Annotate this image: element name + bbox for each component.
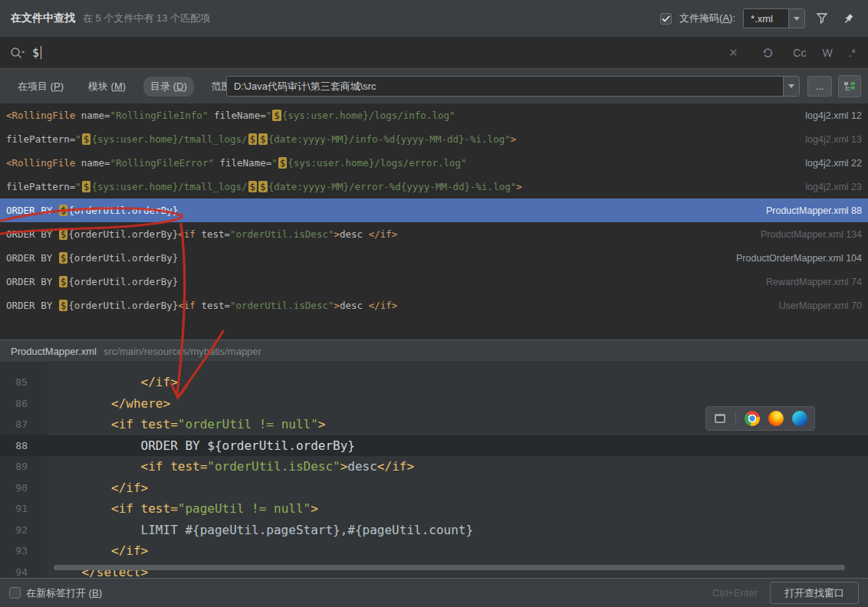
result-row[interactable]: ORDER BY ${orderUtil.orderBy}<if test="o… [0, 222, 868, 246]
search-icon[interactable] [9, 46, 26, 60]
search-history-icon[interactable] [758, 44, 777, 62]
regex-toggle[interactable]: .* [849, 47, 856, 59]
result-file-ref: RewardMapper.xml 74 [766, 277, 862, 287]
scope-tab[interactable]: 在项目 (P) [11, 77, 71, 97]
file-mask-combo[interactable]: *.xml [743, 8, 805, 28]
search-toolbar: Cc W .* [724, 44, 859, 62]
code-line[interactable]: 90 </if> [0, 477, 868, 499]
directory-structure-button[interactable] [838, 75, 861, 97]
directory-dropdown-arrow[interactable] [783, 77, 799, 96]
chrome-icon[interactable] [745, 411, 760, 426]
result-text: ORDER BY ${orderUtil.orderBy} [6, 252, 727, 264]
result-file-ref: log4j2.xml 22 [805, 158, 862, 169]
clear-search-icon[interactable] [724, 44, 742, 62]
result-file-ref: log4j2.xml 23 [805, 182, 862, 192]
file-mask-checkbox[interactable] [660, 13, 672, 25]
whole-words-toggle[interactable]: W [822, 47, 832, 59]
result-row[interactable]: ORDER BY ${orderUtil.orderBy}ProductMapp… [0, 199, 868, 222]
result-file-ref: ProductMapper.xml 88 [766, 205, 862, 216]
result-row[interactable]: ORDER BY ${orderUtil.orderBy}ProductOrde… [0, 246, 868, 270]
code-text: </if> [48, 543, 148, 558]
search-input[interactable]: $ [32, 46, 39, 60]
match-summary: 在 5 个文件中有 13 个匹配项 [83, 11, 210, 25]
line-number: 86 [0, 398, 48, 409]
result-row[interactable]: filePattern="${sys:user.home}/tmall_logs… [0, 127, 868, 151]
directory-structure-icon [843, 80, 856, 93]
pin-icon[interactable] [839, 9, 857, 28]
result-text: ORDER BY ${orderUtil.orderBy}<if test="o… [6, 300, 770, 311]
open-in-browser-toolbar [705, 406, 815, 431]
result-file-ref: ProductMapper.xml 134 [761, 229, 862, 240]
chevron-down-icon [794, 17, 800, 21]
scope-row: 在项目 (P)模块 (M)目录 (D)范围 (S) D:\Java代码审计\第三… [0, 69, 868, 103]
result-text: ORDER BY ${orderUtil.orderBy} [6, 205, 757, 216]
line-number: 89 [0, 461, 48, 472]
chevron-down-icon [788, 84, 794, 88]
titlebar-right: 文件掩码(A): *.xml [660, 8, 857, 28]
code-line[interactable]: 93 </if> [0, 540, 868, 562]
open-find-window-button[interactable]: 打开查找窗口 [770, 582, 859, 604]
browse-directory-button[interactable]: ... [807, 76, 832, 97]
code-line[interactable]: 92 LIMIT #{pageUtil.pageStart},#{pageUti… [0, 520, 868, 541]
firefox-icon[interactable] [768, 411, 784, 426]
text-caret [41, 46, 41, 59]
result-text: <RollingFile name="RollingFileError" fil… [6, 157, 796, 169]
checkmark-icon [662, 15, 670, 22]
result-row[interactable]: ORDER BY ${orderUtil.orderBy}<if test="o… [0, 294, 868, 317]
line-number: 91 [0, 503, 48, 514]
scope-tab[interactable]: 目录 (D) [143, 77, 194, 97]
code-text: <if test="orderUtil != null"> [48, 417, 325, 431]
open-in-new-tab-label: 在新标签打开 (B) [26, 586, 102, 600]
result-row[interactable]: ORDER BY ${orderUtil.orderBy}RewardMappe… [0, 270, 868, 294]
result-file-ref: ProductOrderMapper.xml 104 [736, 253, 862, 264]
footer: 在新标签打开 (B) Ctrl+Enter 打开查找窗口 [0, 578, 868, 607]
code-line[interactable]: 91 <if test="pageUtil != null"> [0, 498, 868, 520]
editor-lines: 85 </if>86 </where>87 <if test="orderUti… [0, 372, 868, 578]
match-case-toggle[interactable]: Cc [793, 47, 806, 59]
code-text: </where> [48, 396, 170, 411]
file-mask-value: *.xml [744, 13, 788, 25]
code-line[interactable]: 85 </if> [0, 372, 868, 393]
open-in-new-tab-checkbox[interactable] [9, 587, 21, 599]
edge-icon[interactable] [792, 411, 807, 426]
toolbar-separator [735, 412, 736, 425]
file-mask-dropdown-arrow[interactable] [788, 9, 804, 28]
code-line[interactable]: 88 ORDER BY ${orderUtil.orderBy} [0, 435, 868, 457]
code-text: ORDER BY ${orderUtil.orderBy} [48, 438, 355, 453]
code-text: </if> [48, 375, 178, 389]
result-row[interactable]: <RollingFile name="RollingFileError" fil… [0, 151, 868, 175]
scope-tab[interactable]: 模块 (M) [81, 77, 133, 97]
result-text: filePattern="${sys:user.home}/tmall_logs… [6, 181, 796, 192]
line-number: 88 [0, 440, 48, 451]
directory-path-value: D:\Java代码审计\第三套商城\src [227, 80, 783, 94]
filter-icon[interactable] [813, 9, 831, 28]
result-row[interactable]: <RollingFile name="RollingFileInfo" file… [0, 103, 868, 127]
line-number: 87 [0, 418, 48, 430]
titlebar: 在文件中查找 在 5 个文件中有 13 个匹配项 文件掩码(A): *.xml [0, 0, 868, 37]
result-row[interactable]: filePattern="${sys:user.home}/tmall_logs… [0, 175, 868, 199]
line-number: 94 [0, 566, 48, 578]
footer-right: Ctrl+Enter 打开查找窗口 [712, 582, 859, 604]
builtin-preview-icon[interactable] [713, 412, 727, 425]
result-text: ORDER BY ${orderUtil.orderBy} [6, 276, 757, 287]
horizontal-scrollbar[interactable] [54, 565, 845, 570]
shortcut-hint: Ctrl+Enter [712, 587, 758, 599]
result-text: ORDER BY ${orderUtil.orderBy}<if test="o… [6, 228, 751, 240]
search-row: $ Cc W .* [0, 37, 868, 69]
code-text: <if test="pageUtil != null"> [48, 501, 318, 516]
results-list: <RollingFile name="RollingFileInfo" file… [0, 103, 868, 340]
result-file-ref: log4j2.xml 13 [805, 134, 862, 145]
result-file-ref: UserMapper.xml 70 [779, 300, 862, 311]
preview-file-name: ProductMapper.xml [11, 346, 97, 357]
find-in-files-dialog: 在文件中查找 在 5 个文件中有 13 个匹配项 文件掩码(A): *.xml … [0, 0, 868, 607]
preview-file-path: src/main/resources/mybatis/mapper [104, 346, 261, 357]
file-mask-label: 文件掩码(A): [679, 11, 735, 25]
code-line[interactable]: 89 <if test="orderUtil.isDesc">desc</if> [0, 456, 868, 477]
line-number: 85 [0, 376, 48, 388]
code-text: <if test="orderUtil.isDesc">desc</if> [48, 459, 414, 474]
code-text: </if> [48, 481, 148, 495]
preview-header: ProductMapper.xml src/main/resources/myb… [0, 340, 868, 363]
directory-path-combo[interactable]: D:\Java代码审计\第三套商城\src [226, 76, 800, 97]
code-editor: 85 </if>86 </where>87 <if test="orderUti… [0, 363, 868, 578]
result-file-ref: log4j2.xml 12 [805, 110, 862, 121]
